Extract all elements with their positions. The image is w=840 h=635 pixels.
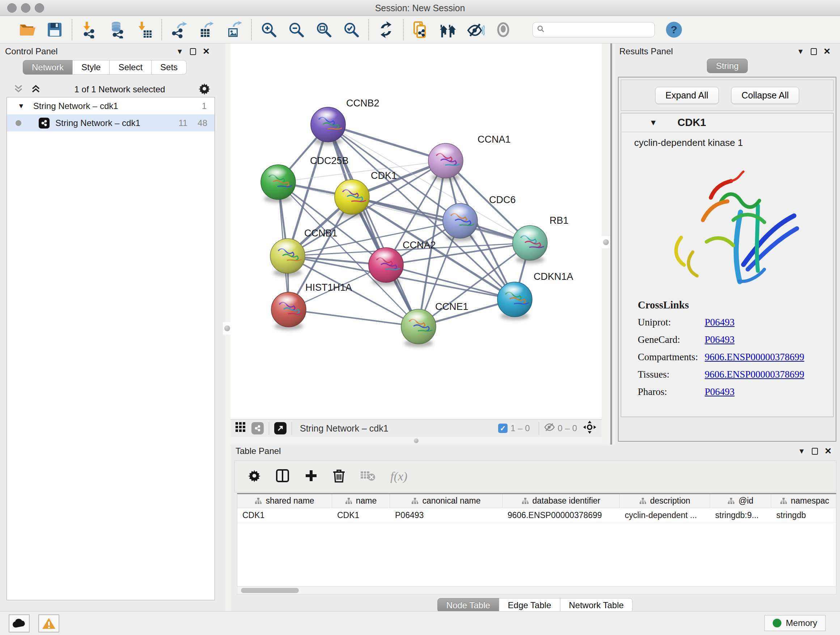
column-header-@id[interactable]: @id — [710, 494, 771, 508]
table-horizontal-scrollbar[interactable] — [237, 586, 836, 594]
tab-sets[interactable]: Sets — [151, 60, 187, 74]
column-header-shared-name[interactable]: shared name — [237, 494, 332, 508]
node-CCNE1[interactable]: CCNE1 — [401, 301, 469, 347]
import-network-from-database-icon[interactable] — [108, 21, 126, 39]
save-session-icon[interactable] — [46, 21, 64, 39]
table-cell[interactable]: CDK1 — [332, 508, 390, 522]
control-panel-close-icon[interactable]: ✕ — [202, 46, 210, 57]
cloud-status-button[interactable] — [9, 614, 30, 632]
splitter-handle[interactable] — [603, 239, 609, 245]
memory-button[interactable]: Memory — [764, 615, 826, 631]
collection-expander-icon[interactable]: ▼ — [18, 102, 25, 110]
results-panel-close-icon[interactable]: ✕ — [823, 46, 831, 57]
zoom-out-icon[interactable] — [287, 21, 305, 39]
table-cell[interactable]: CDK1 — [237, 508, 332, 522]
table-options-gear-icon[interactable] — [248, 469, 261, 484]
left-splitter[interactable] — [225, 43, 231, 611]
table-cell[interactable]: 9606.ENSP00000378699 — [502, 508, 620, 522]
crosslink-link[interactable]: P06493 — [705, 317, 735, 328]
birdseye-view-icon[interactable] — [235, 421, 246, 435]
table-panel-menu-icon[interactable]: ▼ — [798, 447, 805, 455]
protein-card-header[interactable]: ▼ CDK1 — [621, 113, 833, 132]
tab-node-table[interactable]: Node Table — [437, 598, 499, 613]
selected-items-checkbox[interactable]: ✓ — [498, 424, 508, 433]
table-cell[interactable]: stringdb — [771, 508, 836, 522]
hidden-items-icon[interactable] — [544, 423, 555, 434]
export-table-icon[interactable] — [197, 21, 216, 39]
results-panel-float-icon[interactable] — [811, 48, 817, 55]
node-position-reset-icon[interactable] — [583, 420, 597, 436]
control-panel-float-icon[interactable] — [190, 48, 196, 55]
tab-select[interactable]: Select — [109, 60, 152, 74]
help-icon[interactable]: ? — [665, 21, 683, 39]
protein-expander-icon[interactable]: ▼ — [649, 118, 657, 127]
scrollbar-thumb[interactable] — [241, 588, 299, 593]
export-image-icon[interactable] — [225, 21, 243, 39]
expand-all-nodes-icon[interactable] — [13, 83, 24, 96]
network-row[interactable]: String Network – cdk1 11 48 — [7, 114, 215, 131]
refresh-view-icon[interactable] — [377, 21, 395, 39]
column-header-database-identifier[interactable]: database identifier — [502, 494, 620, 508]
hide-glass-effect-icon[interactable] — [467, 21, 485, 39]
node-CDKN1A[interactable]: CDKN1A — [497, 271, 573, 320]
bottom-splitter[interactable] — [231, 437, 602, 445]
zoom-in-icon[interactable] — [260, 21, 278, 39]
show-graphics-details-icon[interactable] — [494, 21, 512, 39]
function-builder-icon[interactable]: f(x) — [390, 470, 407, 483]
string-network-graph[interactable]: CCNB2CCNA1CDC25BCDK1CDC6RB1CCNB1CCNA2CDK… — [231, 43, 602, 419]
node-CCNB1[interactable]: CCNB1 — [270, 228, 338, 277]
node-RB1[interactable]: RB1 — [513, 215, 569, 264]
table-row[interactable]: CDK1CDK1P064939606.ENSP00000378699cyclin… — [237, 508, 836, 523]
node-HIST1H1A[interactable]: HIST1H1A — [271, 282, 352, 330]
zoom-fit-icon[interactable] — [315, 21, 333, 39]
crosslink-link[interactable]: P06493 — [705, 386, 735, 397]
warnings-button[interactable] — [38, 614, 59, 632]
column-header-namespac[interactable]: namespac — [771, 494, 836, 508]
tab-network[interactable]: Network — [23, 60, 73, 74]
collapse-all-nodes-icon[interactable] — [30, 83, 41, 96]
table-cell[interactable]: cyclin-dependent ... — [620, 508, 710, 522]
table-cell[interactable]: stringdb:9... — [710, 508, 771, 522]
network-type-badge-icon[interactable] — [251, 422, 264, 434]
table-panel-close-icon[interactable]: ✕ — [824, 446, 832, 456]
splitter-handle[interactable] — [414, 439, 418, 443]
control-panel-menu-icon[interactable]: ▼ — [176, 48, 183, 56]
collapse-all-button[interactable]: Collapse All — [731, 87, 799, 104]
tab-style[interactable]: Style — [73, 60, 110, 74]
node-CDK1[interactable]: CDK1 — [335, 170, 397, 218]
zoom-selected-icon[interactable] — [342, 21, 360, 39]
crosslink-link[interactable]: 9606.ENSP00000378699 — [705, 369, 804, 380]
crosslink-link[interactable]: P06493 — [705, 334, 735, 345]
import-network-icon[interactable] — [80, 21, 98, 39]
edge-CCNB2-CCNE1[interactable] — [328, 125, 418, 326]
table-panel-float-icon[interactable] — [812, 448, 818, 455]
export-network-icon[interactable] — [170, 21, 188, 39]
node-table[interactable]: shared namenamecanonical namedatabase id… — [237, 493, 836, 586]
open-stringapp-home-icon[interactable] — [439, 21, 457, 39]
column-header-name[interactable]: name — [332, 494, 390, 508]
right-splitter[interactable] — [602, 43, 615, 445]
edge-HIST1H1A-CCNE1[interactable] — [289, 310, 418, 326]
crosslink-link[interactable]: 9606.ENSP00000378699 — [705, 352, 804, 363]
tab-network-table[interactable]: Network Table — [560, 598, 633, 613]
delete-column-icon[interactable] — [332, 469, 346, 485]
open-session-icon[interactable] — [18, 21, 36, 39]
expand-all-button[interactable]: Expand All — [655, 87, 719, 104]
network-options-gear-icon[interactable] — [198, 82, 210, 96]
table-cell[interactable]: P06493 — [390, 508, 502, 522]
node-CCNA1[interactable]: CCNA1 — [428, 134, 511, 181]
network-canvas[interactable]: CCNB2CCNA1CDC25BCDK1CDC6RB1CCNB1CCNA2CDK… — [231, 43, 602, 419]
delete-table-icon[interactable] — [360, 470, 376, 483]
search-box[interactable] — [532, 22, 655, 37]
show-columns-icon[interactable] — [275, 469, 290, 485]
tab-edge-table[interactable]: Edge Table — [499, 598, 561, 613]
search-input[interactable] — [545, 25, 651, 35]
annotation-icon[interactable] — [412, 21, 430, 39]
import-table-icon[interactable] — [135, 21, 153, 39]
tab-string[interactable]: String — [707, 59, 748, 73]
open-in-window-icon[interactable] — [274, 422, 286, 434]
network-collection-row[interactable]: ▼ String Network – cdk1 1 — [7, 97, 215, 114]
add-column-icon[interactable] — [304, 469, 318, 484]
column-header-canonical-name[interactable]: canonical name — [390, 494, 502, 508]
results-panel-menu-icon[interactable]: ▼ — [797, 48, 804, 56]
